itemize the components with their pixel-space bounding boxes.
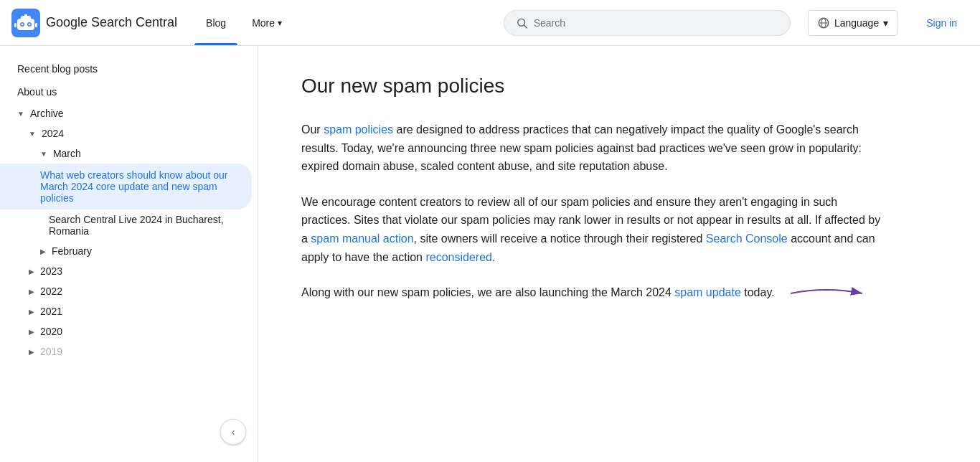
svg-line-11	[524, 25, 527, 28]
annotation-arrow-icon	[783, 283, 870, 303]
sidebar-item-2020[interactable]: 2020	[0, 321, 258, 341]
svg-rect-7	[35, 23, 37, 27]
search-area	[504, 10, 791, 36]
nav-item-more[interactable]: More ▾	[240, 0, 293, 45]
svg-rect-5	[24, 14, 27, 17]
p1-spam-policies-link[interactable]: spam policies	[324, 123, 393, 136]
sidebar-item-2022[interactable]: 2022	[0, 281, 258, 301]
svg-rect-1	[17, 19, 34, 30]
toggle-sidebar-button[interactable]: ‹	[220, 419, 246, 445]
article-paragraph-2: We encourage content creators to review …	[301, 193, 890, 266]
p2-text-middle: , site owners will receive a notice thro…	[414, 232, 706, 245]
article-body: Our spam policies are designed to addres…	[301, 121, 890, 303]
p2-reconsidered-link[interactable]: reconsidered	[425, 251, 492, 263]
year-2019-expand-icon	[29, 348, 34, 356]
language-label: Language	[834, 17, 879, 29]
sign-in-button[interactable]: Sign in	[915, 11, 969, 34]
page-layout: Recent blog posts About us Archive 2024 …	[0, 46, 980, 462]
month-march-expand-icon	[40, 150, 47, 158]
language-selector[interactable]: Language ▾	[808, 10, 897, 36]
article-title: Our new spam policies	[301, 75, 937, 98]
year-2024-expand-icon	[29, 130, 36, 138]
article-paragraph-1: Our spam policies are designed to addres…	[301, 121, 890, 176]
p1-text-before: Our	[301, 123, 324, 136]
p3-text-after: today.	[741, 286, 775, 298]
year-2020-expand-icon	[29, 328, 34, 336]
year-2021-expand-icon	[29, 308, 34, 316]
search-input[interactable]	[534, 17, 778, 29]
sidebar-item-2021[interactable]: 2021	[0, 301, 258, 321]
p2-text-end: .	[492, 251, 495, 263]
year-2022-expand-icon	[29, 288, 34, 296]
svg-point-9	[29, 23, 31, 25]
sidebar-item-recent[interactable]: Recent blog posts	[0, 57, 258, 80]
p2-spam-manual-action-link[interactable]: spam manual action	[311, 232, 413, 245]
nav-item-blog[interactable]: Blog	[194, 0, 237, 45]
article-paragraph-3: Along with our new spam policies, we are…	[301, 283, 890, 303]
sidebar-item-2024[interactable]: 2024	[0, 123, 258, 143]
p3-spam-update-link[interactable]: spam update	[674, 286, 741, 298]
main-content: Our new spam policies Our spam policies …	[258, 46, 980, 462]
search-icon	[516, 16, 528, 29]
chevron-left-icon: ‹	[232, 426, 235, 438]
month-february-expand-icon	[40, 248, 46, 255]
archive-expand-icon	[17, 110, 24, 118]
sidebar-item-about[interactable]: About us	[0, 80, 258, 103]
sidebar-item-2023[interactable]: 2023	[0, 261, 258, 281]
p3-text-before: Along with our new spam policies, we are…	[301, 286, 674, 298]
logo[interactable]: Google Search Central	[11, 9, 177, 37]
year-2023-expand-icon	[29, 268, 34, 275]
sidebar: Recent blog posts About us Archive 2024 …	[0, 46, 258, 462]
sidebar-item-selected-post[interactable]: What web creators should know about our …	[0, 164, 252, 209]
chevron-down-icon: ▾	[278, 18, 282, 28]
google-logo-icon	[11, 9, 40, 37]
header: Google Search Central Blog More ▾ Langua…	[0, 0, 980, 46]
arrow-annotation	[783, 283, 870, 303]
language-chevron-icon: ▾	[883, 17, 888, 29]
sidebar-item-2019[interactable]: 2019	[0, 341, 258, 362]
globe-icon	[817, 16, 830, 29]
main-nav: Blog More ▾	[194, 0, 293, 45]
p2-search-console-link[interactable]: Search Console	[706, 232, 788, 245]
sidebar-item-bucharest[interactable]: Search Central Live 2024 in Bucharest, R…	[0, 209, 258, 241]
svg-point-8	[22, 23, 24, 25]
logo-text: Google Search Central	[46, 15, 177, 30]
sidebar-item-archive[interactable]: Archive	[0, 103, 258, 123]
sidebar-item-march[interactable]: March	[0, 143, 258, 164]
search-box[interactable]	[504, 10, 791, 36]
svg-rect-6	[14, 23, 17, 27]
sidebar-item-february[interactable]: February	[0, 241, 258, 261]
